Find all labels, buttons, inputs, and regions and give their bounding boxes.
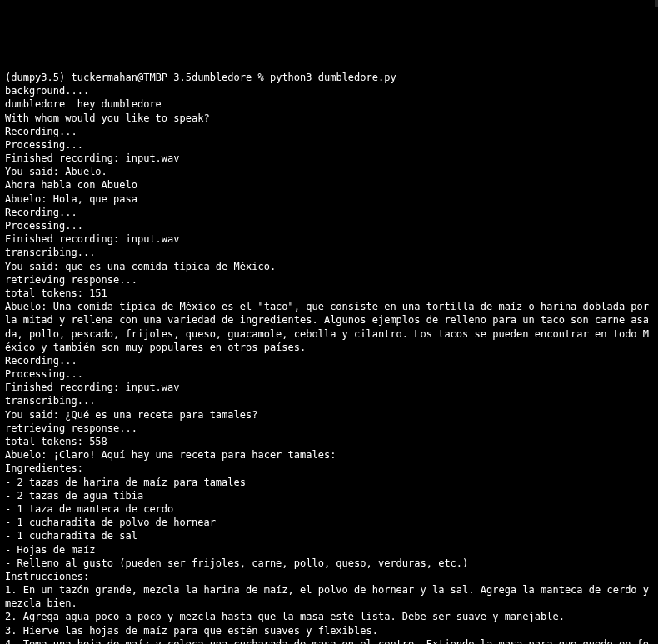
output-line: Finished recording: input.wav [5,232,653,246]
output-line: retrieving response... [5,273,653,287]
output-line: With whom would you like to speak? [5,112,653,125]
output-line: 2. Agrega agua poco a poco y mezcla hast… [5,610,653,623]
output-line: 3. Hierve las hojas de maíz para que est… [5,624,653,637]
output-line: You said: Abuelo. [5,165,653,178]
prompt-env: (dumpy3.5) [5,72,65,83]
scrollbar-indicator[interactable] [655,0,658,7]
output-line: - 1 cucharadita de polvo de hornear [5,516,653,529]
output-line: Processing... [5,219,653,232]
output-line: - Hojas de maíz [5,543,653,557]
output-line: Finished recording: input.wav [5,152,653,165]
output-line: Recording... [5,354,653,367]
output-line: transcribing... [5,394,653,407]
output-line: dumbledore hey dumbledore [5,97,653,111]
output-line: You said: ¿Qué es una receta para tamale… [5,408,653,422]
prompt-dir: 3.5dumbledore [173,72,252,83]
output-line: Processing... [5,138,653,152]
prompt-userhost: tuckermahan@TMBP [71,72,167,83]
output-line: Finished recording: input.wav [5,381,653,394]
output-line: 4. Toma una hoja de maíz y coloca una cu… [5,637,653,644]
output-line: 1. En un tazón grande, mezcla la harina … [5,583,653,610]
output-line: - 2 tazas de agua tibia [5,489,653,502]
output-line: - 1 taza de manteca de cerdo [5,502,653,516]
output-line: Instrucciones: [5,570,653,583]
prompt-command: python3 dumbledore.py [270,72,396,83]
output-line: Ahora habla con Abuelo [5,178,653,192]
output-line: total tokens: 558 [5,435,653,448]
output-line: - Relleno al gusto (pueden ser frijoles,… [5,557,653,570]
output-line: background.... [5,84,653,97]
output-line: You said: que es una comida típica de Mé… [5,260,653,273]
output-line: Abuelo: Una comida típica de México es e… [5,300,653,354]
terminal-output[interactable]: (dumpy3.5) tuckermahan@TMBP 3.5dumbledor… [5,57,653,644]
output-line: Abuelo: Hola, que pasa [5,192,653,206]
output-line: Recording... [5,206,653,219]
shell-prompt-line: (dumpy3.5) tuckermahan@TMBP 3.5dumbledor… [5,71,653,84]
output-line: - 1 cucharadita de sal [5,529,653,542]
output-line: retrieving response... [5,422,653,435]
output-line: Recording... [5,125,653,138]
prompt-symbol: % [257,72,263,83]
output-line: transcribing... [5,246,653,259]
output-line: Ingredientes: [5,462,653,475]
output-line: Processing... [5,367,653,381]
output-line: total tokens: 151 [5,287,653,300]
output-line: Abuelo: ¡Claro! Aquí hay una receta para… [5,448,653,462]
output-line: - 2 tazas de harina de maíz para tamales [5,476,653,489]
